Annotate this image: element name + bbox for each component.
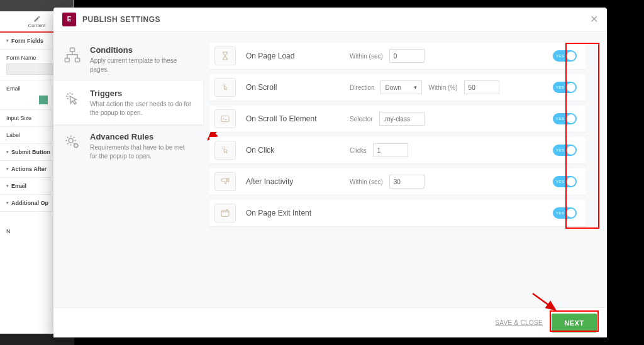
svg-rect-0 bbox=[70, 48, 75, 52]
trigger-on-page-load: On Page Load Within (sec) YES bbox=[209, 43, 586, 69]
trigger-label: On Page Load bbox=[246, 52, 350, 60]
trigger-label: After Inactivity bbox=[246, 177, 350, 186]
save-and-close-link[interactable]: SAVE & CLOSE bbox=[495, 319, 543, 326]
field-label: Within (%) bbox=[428, 84, 457, 91]
modal-header: E PUBLISH SETTINGS ✕ bbox=[53, 8, 607, 31]
sidebar-item-title: Advanced Rules bbox=[90, 132, 194, 141]
toggle-on-exit-intent[interactable]: YES bbox=[553, 207, 577, 219]
field-label: Direction bbox=[350, 84, 374, 91]
modal-sidebar: Conditions Apply current template to the… bbox=[53, 31, 203, 307]
sidebar-item-advanced-rules[interactable]: Advanced Rules Requirements that have to… bbox=[53, 124, 203, 168]
within-sec-input[interactable] bbox=[389, 49, 425, 63]
scroll-icon bbox=[214, 78, 236, 97]
svg-rect-5 bbox=[221, 116, 229, 121]
toggle-on-click[interactable]: YES bbox=[553, 145, 577, 156]
cursor-click-icon bbox=[214, 141, 236, 160]
field-label: Within (sec) bbox=[350, 53, 383, 60]
trigger-on-scroll-to-element: On Scroll To Element Selector YES bbox=[209, 106, 586, 132]
hourglass-icon bbox=[214, 47, 236, 65]
close-icon[interactable]: ✕ bbox=[590, 13, 598, 25]
toggle-on-scroll-to-element[interactable]: YES bbox=[553, 113, 577, 124]
modal-footer: SAVE & CLOSE NEXT bbox=[53, 307, 607, 337]
trigger-after-inactivity: After Inactivity Within (sec) YES bbox=[209, 168, 586, 195]
sidebar-item-title: Conditions bbox=[90, 45, 194, 55]
pencil-icon bbox=[33, 15, 41, 23]
direction-select[interactable]: Down▼ bbox=[380, 80, 422, 94]
chevron-down-icon: ▼ bbox=[413, 85, 418, 90]
svg-rect-2 bbox=[75, 58, 80, 62]
trigger-on-scroll: On Scroll Direction Down▼ Within (%) YES bbox=[209, 74, 586, 101]
triggers-panel: On Page Load Within (sec) YES On Scroll … bbox=[203, 31, 607, 307]
add-chip[interactable] bbox=[39, 96, 48, 104]
trigger-on-click: On Click Clicks YES bbox=[209, 137, 586, 163]
sidebar-item-desc: Apply current template to these pages. bbox=[90, 57, 194, 74]
sitemap-icon bbox=[62, 45, 82, 65]
terminal-icon bbox=[214, 109, 236, 128]
brand-icon: E bbox=[62, 13, 76, 26]
svg-rect-1 bbox=[65, 58, 69, 62]
next-button[interactable]: NEXT bbox=[552, 314, 597, 332]
within-pct-input[interactable] bbox=[464, 80, 499, 94]
trigger-on-exit-intent: On Page Exit Intent YES bbox=[209, 200, 586, 226]
sidebar-item-desc: What action the user needs to do for the… bbox=[90, 100, 194, 117]
modal-title: PUBLISH SETTINGS bbox=[82, 15, 160, 24]
svg-point-3 bbox=[69, 138, 73, 143]
field-label: Selector bbox=[350, 116, 373, 123]
trigger-label: On Scroll bbox=[246, 83, 350, 92]
exit-window-icon bbox=[214, 204, 236, 222]
trigger-label: On Page Exit Intent bbox=[246, 209, 350, 217]
sidebar-item-title: Triggers bbox=[90, 89, 194, 98]
publish-settings-modal: E PUBLISH SETTINGS ✕ Conditions Apply cu… bbox=[53, 8, 607, 337]
gear-icon bbox=[62, 132, 82, 152]
sidebar-item-desc: Requirements that have to be met for the… bbox=[90, 143, 194, 160]
trigger-label: On Click bbox=[246, 146, 350, 155]
field-label: Within (sec) bbox=[350, 178, 383, 185]
clicks-input[interactable] bbox=[373, 143, 408, 157]
toggle-after-inactivity[interactable]: YES bbox=[553, 176, 577, 187]
trigger-label: On Scroll To Element bbox=[246, 114, 350, 123]
sidebar-item-conditions[interactable]: Conditions Apply current template to the… bbox=[53, 38, 203, 81]
toggle-on-scroll[interactable]: YES bbox=[553, 82, 577, 93]
inactivity-sec-input[interactable] bbox=[389, 175, 425, 189]
toggle-on-page-load[interactable]: YES bbox=[553, 50, 577, 62]
field-label: Clicks bbox=[350, 147, 367, 154]
thumbs-down-icon bbox=[214, 172, 236, 191]
sidebar-item-triggers[interactable]: Triggers What action the user needs to d… bbox=[53, 81, 203, 124]
svg-rect-6 bbox=[221, 211, 229, 216]
click-icon bbox=[62, 89, 82, 109]
selector-input[interactable] bbox=[379, 112, 425, 126]
